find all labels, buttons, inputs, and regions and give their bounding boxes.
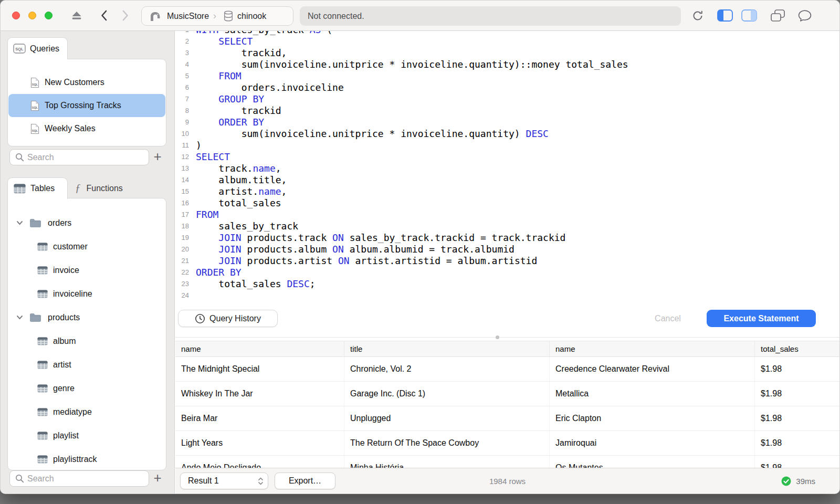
cancel-button[interactable]: Cancel bbox=[642, 310, 694, 327]
code-text: WITH sales_by_track AS ( bbox=[189, 31, 332, 36]
code-line: 15 artist.name, bbox=[175, 186, 839, 197]
code-line: 19 JOIN products.track ON sales_by_track… bbox=[175, 232, 839, 244]
close-button[interactable] bbox=[12, 12, 20, 19]
breadcrumb-server[interactable]: MusicStore bbox=[142, 7, 213, 25]
table-row[interactable]: Light YearsThe Return Of The Space Cowbo… bbox=[175, 431, 839, 456]
tab-queries[interactable]: SQL Queries bbox=[7, 37, 68, 59]
back-button[interactable] bbox=[97, 1, 111, 30]
table-item-invoiceline[interactable]: invoiceline bbox=[8, 282, 166, 306]
svg-text:SQL: SQL bbox=[32, 83, 38, 86]
line-number: 17 bbox=[175, 209, 189, 220]
results-table: nametitlenametotal_sales The Midnight Sp… bbox=[175, 341, 839, 468]
code-text: album.title, bbox=[189, 174, 287, 186]
execute-statement-button[interactable]: Execute Statement bbox=[707, 310, 816, 327]
tree-item-label: album bbox=[53, 337, 76, 346]
table-row[interactable]: Ando Meio DesligadoMinha HistóriaOs Muta… bbox=[175, 456, 839, 468]
sql-editor[interactable]: 1WITH sales_by_track AS (2 SELECT3 track… bbox=[175, 31, 839, 305]
eject-icon[interactable] bbox=[70, 1, 83, 30]
status-bar: 1984 rows Result 1 Export… 39ms bbox=[175, 468, 839, 494]
code-text: trackid bbox=[189, 105, 281, 117]
query-list-item[interactable]: SQLTop Grossing Tracks bbox=[8, 94, 165, 117]
table-item-customer[interactable]: customer bbox=[8, 235, 166, 258]
code-text: sales_by_track bbox=[189, 220, 298, 232]
query-performance: 39ms bbox=[781, 468, 815, 494]
queries-search-input[interactable] bbox=[27, 150, 145, 165]
code-line: 3 trackid, bbox=[175, 47, 839, 59]
table-row[interactable]: Beira MarUnpluggedEric Clapton$1.98 bbox=[175, 406, 839, 431]
code-line: 9 ORDER BY bbox=[175, 117, 839, 128]
table-cell: Chronicle, Vol. 2 bbox=[344, 357, 550, 381]
tree-item-label: invoiceline bbox=[53, 289, 92, 299]
chevron-down-icon[interactable] bbox=[16, 220, 23, 225]
code-text: ORDER BY bbox=[189, 267, 242, 278]
table-cell: Creedence Clearwater Revival bbox=[550, 357, 755, 381]
function-icon: ƒ bbox=[75, 182, 81, 195]
table-item-playlisttrack[interactable]: playlisttrack bbox=[8, 447, 166, 470]
results-column-header[interactable]: name bbox=[175, 341, 344, 356]
query-history-button[interactable]: Query History bbox=[178, 310, 278, 327]
table-item-invoice[interactable]: invoice bbox=[8, 258, 166, 282]
svg-text:SQL: SQL bbox=[32, 129, 38, 132]
line-number: 6 bbox=[175, 82, 189, 93]
tab-tables[interactable]: Tables bbox=[7, 177, 68, 199]
line-number: 14 bbox=[175, 174, 189, 186]
table-cell: $1.98 bbox=[755, 357, 839, 381]
table-icon bbox=[37, 408, 48, 416]
toggle-right-panel-icon[interactable] bbox=[741, 1, 758, 30]
code-line: 10 sum(invoiceline.unitprice * invoiceli… bbox=[175, 128, 839, 140]
table-cell: $1.98 bbox=[755, 382, 839, 406]
results-column-header[interactable]: name bbox=[550, 341, 755, 356]
query-list-item[interactable]: SQLNew Customers bbox=[8, 71, 165, 94]
folder-icon bbox=[29, 218, 41, 227]
chat-bubble-icon[interactable] bbox=[796, 1, 813, 30]
table-cell: Metallica bbox=[550, 382, 755, 406]
tab-functions[interactable]: ƒ Functions bbox=[70, 177, 149, 199]
table-row[interactable]: The Midnight SpecialChronicle, Vol. 2Cre… bbox=[175, 357, 839, 382]
refresh-icon[interactable] bbox=[690, 1, 705, 30]
results-column-header[interactable]: title bbox=[344, 341, 550, 356]
line-number: 11 bbox=[175, 140, 189, 151]
table-item-genre[interactable]: genre bbox=[8, 376, 166, 400]
splitter-handle[interactable] bbox=[496, 335, 499, 339]
schema-item-orders[interactable]: orders bbox=[8, 211, 166, 235]
tables-search-input[interactable] bbox=[27, 471, 145, 486]
table-item-artist[interactable]: artist bbox=[8, 353, 166, 376]
line-number: 1 bbox=[175, 31, 189, 36]
tab-queries-label: Queries bbox=[30, 44, 59, 54]
table-cell: Beira Mar bbox=[175, 406, 344, 430]
code-text: GROUP BY bbox=[189, 93, 264, 105]
results-column-header[interactable]: total_sales bbox=[755, 341, 839, 356]
query-list-item[interactable]: SQLWeekly Sales bbox=[8, 117, 165, 140]
add-table-button[interactable]: + bbox=[150, 470, 165, 487]
table-item-album[interactable]: album bbox=[8, 329, 166, 353]
table-cell: $1.98 bbox=[755, 406, 839, 430]
schema-item-products[interactable]: products bbox=[8, 306, 166, 329]
code-text: orders.invoiceline bbox=[189, 82, 344, 93]
table-row[interactable]: Whiskey In The JarGarage Inc. (Disc 1)Me… bbox=[175, 382, 839, 406]
clock-icon bbox=[195, 313, 205, 324]
windows-icon[interactable] bbox=[769, 1, 786, 30]
forward-button[interactable] bbox=[119, 1, 132, 30]
tree-item-label: playlist bbox=[53, 431, 79, 440]
tree-item-label: products bbox=[48, 313, 80, 322]
minimize-button[interactable] bbox=[28, 12, 36, 19]
toggle-left-sidebar-icon[interactable] bbox=[717, 1, 733, 30]
code-text: JOIN products.track ON sales_by_track.tr… bbox=[189, 232, 565, 244]
result-selector[interactable]: Result 1 bbox=[180, 472, 268, 489]
code-line: 22ORDER BY bbox=[175, 267, 839, 278]
chevron-down-icon[interactable] bbox=[16, 315, 23, 320]
add-query-button[interactable]: + bbox=[150, 149, 165, 165]
svg-text:SQL: SQL bbox=[32, 106, 38, 109]
export-button[interactable]: Export… bbox=[275, 472, 335, 489]
tree-item-label: invoice bbox=[53, 266, 79, 275]
app-window: MusicStore › chinook Not connected. bbox=[0, 0, 840, 494]
sidebar: SQL Queries SQLNew CustomersSQLTop Gross… bbox=[1, 31, 175, 494]
breadcrumb-database[interactable]: chinook bbox=[216, 7, 270, 25]
code-text: FROM bbox=[189, 209, 218, 220]
zoom-button[interactable] bbox=[45, 12, 52, 19]
table-item-mediatype[interactable]: mediatype bbox=[8, 400, 166, 424]
code-line: 17FROM bbox=[175, 209, 839, 220]
code-line: 6 orders.invoiceline bbox=[175, 82, 839, 93]
table-item-playlist[interactable]: playlist bbox=[8, 424, 166, 447]
sql-file-icon: SQL bbox=[30, 77, 39, 88]
